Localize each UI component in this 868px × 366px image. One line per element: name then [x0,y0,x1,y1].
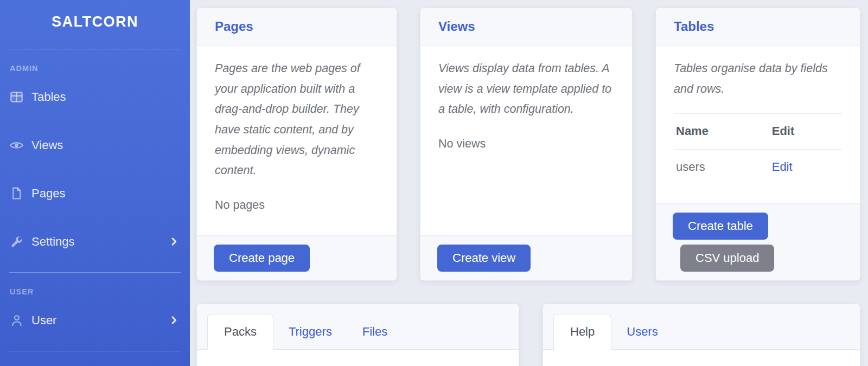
views-empty-state: No views [438,134,614,155]
column-header-edit: Edit [770,114,842,150]
sidebar-item-pages[interactable]: Pages [0,169,190,217]
help-panel: Help Users [542,304,860,366]
chevron-right-icon [169,236,179,247]
pages-description: Pages are the web pages of your applicat… [215,59,379,181]
tab-packs[interactable]: Packs [207,314,273,350]
tab-files[interactable]: Files [347,314,403,349]
tab-users[interactable]: Users [611,314,673,349]
tables-card-title: Tables [674,19,842,34]
bottom-panels-row: Packs Triggers Files Help Users [196,304,860,366]
sidebar-item-views[interactable]: Views [0,121,190,169]
brand-logo[interactable]: SALTCORN [0,0,190,38]
sidebar-item-label: User [31,313,56,328]
edit-table-link[interactable]: Edit [772,160,793,174]
tab-help[interactable]: Help [553,314,611,350]
packs-panel-body [197,350,519,366]
table-icon [9,89,24,104]
dashboard-cards-row: Pages Pages are the web pages of your ap… [196,8,860,281]
sidebar-item-label: Views [31,138,63,152]
sidebar-item-user[interactable]: User [0,296,190,344]
user-icon [9,313,24,328]
chevron-right-icon [169,315,179,325]
main-content: Pages Pages are the web pages of your ap… [190,0,868,366]
tables-card-body: Tables organise data by fields and rows.… [656,46,860,203]
sidebar: SALTCORN ADMIN Tables Views P [0,0,190,366]
tab-triggers[interactable]: Triggers [273,314,347,349]
views-description: Views display data from tables. A view i… [438,59,614,120]
pages-card-footer: Create page [197,235,397,280]
table-name-cell: users [674,149,770,184]
sidebar-divider [9,351,181,351]
create-table-button[interactable]: Create table [673,213,768,240]
csv-upload-button[interactable]: CSV upload [680,245,774,272]
sidebar-item-label: Settings [31,235,75,249]
eye-icon [9,138,24,152]
pages-card-header: Pages [197,8,397,46]
tables-card: Tables Tables organise data by fields an… [655,8,860,281]
tables-description: Tables organise data by fields and rows. [674,59,842,99]
views-card: Views Views display data from tables. A … [420,8,633,281]
tables-list: Name Edit users Edit [674,113,842,184]
file-icon [9,186,24,201]
help-panel-body [543,350,860,366]
pages-card-title: Pages [215,19,379,34]
packs-panel: Packs Triggers Files [196,304,519,366]
views-card-footer: Create view [420,235,632,280]
help-panel-tabs: Help Users [543,304,860,350]
tables-card-footer: Create table CSV upload [656,203,860,280]
views-card-header: Views [420,8,632,46]
create-page-button[interactable]: Create page [214,245,310,272]
tables-list-header-row: Name Edit [674,114,842,150]
create-view-button[interactable]: Create view [437,245,531,272]
sidebar-item-label: Pages [31,187,65,201]
column-header-name: Name [674,114,770,150]
table-row: users Edit [674,149,842,184]
pages-card: Pages Pages are the web pages of your ap… [196,8,397,281]
sidebar-divider [9,49,181,49]
wrench-icon [9,234,24,249]
sidebar-item-tables[interactable]: Tables [0,73,190,121]
sidebar-section-admin: ADMIN [10,64,180,73]
packs-panel-tabs: Packs Triggers Files [197,304,519,350]
sidebar-item-settings[interactable]: Settings [0,217,190,266]
sidebar-divider [9,272,181,273]
pages-empty-state: No pages [215,195,379,216]
sidebar-section-user: USER [10,287,180,296]
sidebar-item-label: Tables [31,90,66,104]
tables-card-header: Tables [656,8,860,46]
pages-card-body: Pages are the web pages of your applicat… [197,46,397,235]
views-card-body: Views display data from tables. A view i… [420,46,632,235]
views-card-title: Views [438,19,614,34]
